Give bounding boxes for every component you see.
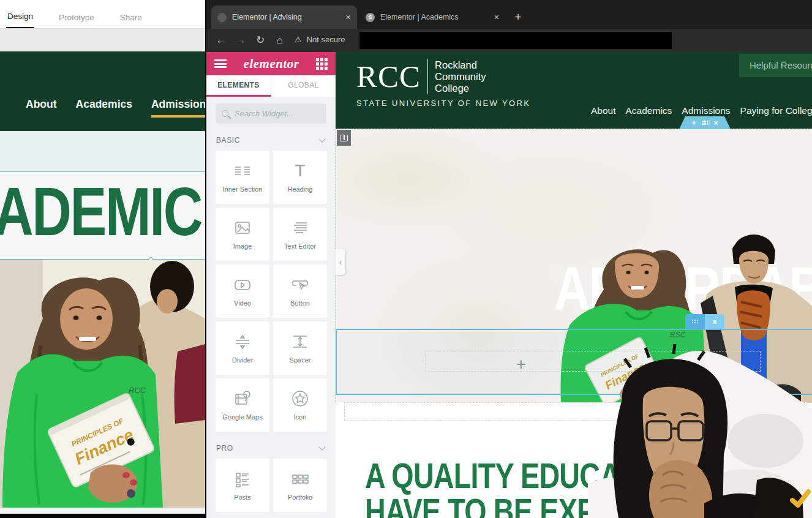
widget-portfolio[interactable]: Portfolio [273, 459, 327, 512]
video-icon [233, 276, 252, 294]
mock-subheader-band [0, 131, 205, 172]
url-input[interactable] [359, 32, 672, 49]
site-header: RCC Rockland Community College STATE UNI… [336, 52, 812, 129]
photo-bottom-edge [0, 514, 205, 518]
menu-icon[interactable] [214, 59, 227, 68]
browser-tab-academics[interactable]: S Elementor | Academics × [359, 6, 505, 29]
browser-address-bar: ← → ↻ ⌂ ⚠ Not secure [206, 29, 812, 52]
design-toolbar-strip [0, 28, 205, 51]
back-icon[interactable]: ← [214, 33, 228, 48]
widget-label: Inner Section [223, 186, 263, 193]
widget-heading[interactable]: T Heading [273, 151, 327, 204]
heading-icon: T [291, 162, 309, 180]
tab-close-icon[interactable]: × [346, 12, 351, 22]
logo-line: Rockland [435, 59, 486, 71]
browser-tabstrip: Elementor | Advising × S Elementor | Aca… [206, 0, 812, 29]
widget-search-box[interactable] [216, 103, 326, 124]
new-tab-button[interactable]: + [511, 10, 525, 24]
panel-tabs: ELEMENTS GLOBAL [206, 75, 336, 97]
text-editor-icon [291, 219, 309, 237]
security-warning[interactable]: ⚠ Not secure [295, 35, 345, 44]
widget-grid-pro: Posts Portfolio [206, 459, 336, 512]
reload-icon[interactable]: ↻ [253, 33, 268, 48]
widget-divider[interactable]: Divider [216, 321, 269, 375]
widget-video[interactable]: Video [216, 265, 269, 318]
panel-collapse-arrow[interactable]: ‹ [336, 249, 345, 275]
widget-google-maps[interactable]: Google Maps [216, 378, 269, 432]
google-maps-icon [233, 389, 252, 408]
widget-image[interactable]: Image [216, 208, 269, 261]
design-tool-window: Design Prototype Share About Academics A… [0, 0, 205, 518]
widget-delete-icon[interactable]: × [705, 314, 724, 329]
section-handle[interactable]: + × [679, 116, 731, 129]
spacer-icon [291, 332, 309, 351]
drag-handle-icon[interactable] [702, 121, 709, 125]
logo-line: College [435, 83, 486, 94]
column-settings-button[interactable] [337, 130, 351, 146]
gold-check-icon [789, 487, 812, 510]
widget-label: Divider [232, 356, 253, 364]
screen: Design Prototype Share About Academics A… [0, 0, 812, 518]
mock-nav-academics[interactable]: Academics [76, 98, 132, 118]
nav-admissions[interactable]: Admissions [682, 105, 730, 116]
mock-page-title: ADEMIC AD [0, 172, 205, 258]
widget-label: Button [290, 299, 310, 307]
mock-nav-admissions[interactable]: Admissions [151, 98, 205, 118]
divider-icon [233, 332, 252, 351]
widget-handle[interactable]: × [685, 314, 724, 329]
widgets-grid-icon[interactable] [316, 58, 328, 70]
widget-drag-icon[interactable] [685, 314, 705, 329]
tab-share[interactable]: Share [119, 13, 143, 28]
tab-global[interactable]: GLOBAL [271, 75, 336, 97]
rcc-logo[interactable]: RCC Rockland Community College STATE UNI… [356, 59, 530, 108]
tab-design[interactable]: Design [6, 12, 34, 28]
helpful-resources-button[interactable]: Helpful Resources [739, 54, 812, 77]
add-section-icon[interactable]: + [691, 119, 696, 127]
students-photo-left: RCC PRINCIPLES OF Finance [0, 260, 205, 508]
nav-paying[interactable]: Paying for College [740, 105, 812, 116]
widget-icon[interactable]: Icon [273, 378, 327, 432]
widget-label: Image [233, 242, 252, 250]
tab-close-icon[interactable]: × [494, 12, 499, 22]
security-warning-label: Not secure [307, 35, 345, 44]
section-pro-label: PRO [216, 444, 233, 452]
search-input[interactable] [233, 108, 319, 119]
add-widget-icon[interactable]: + [516, 355, 526, 374]
posts-icon [233, 470, 252, 488]
tab-favicon: S [366, 13, 375, 22]
nav-academics[interactable]: Academics [626, 105, 672, 116]
widget-button[interactable]: Button [273, 265, 327, 318]
tab-title: Elementor | Advising [232, 13, 341, 21]
widget-spacer[interactable]: Spacer [273, 321, 327, 375]
nav-about[interactable]: About [591, 105, 616, 116]
section-basic-header[interactable]: BASIC [206, 124, 336, 151]
widget-label: Posts [234, 494, 251, 501]
widget-label: Spacer [290, 356, 311, 364]
widget-inner-section[interactable]: Inner Section [216, 151, 269, 204]
inner-section-icon [233, 162, 252, 180]
icon-widget-icon [291, 389, 309, 408]
svg-text:RCC: RCC [129, 386, 146, 395]
widget-label: Icon [294, 413, 307, 421]
widget-label: Google Maps [222, 413, 262, 421]
tab-elements[interactable]: ELEMENTS [206, 75, 271, 97]
design-canvas[interactable]: About Academics Admissions ADEMIC AD [0, 51, 205, 518]
chevron-down-icon [318, 135, 325, 142]
delete-section-icon[interactable]: × [714, 119, 718, 127]
widget-posts[interactable]: Posts [216, 459, 269, 512]
widget-text-editor[interactable]: Text Editor [273, 208, 327, 261]
widget-label: Video [234, 299, 251, 307]
elementor-panel-header: elementor [206, 52, 336, 75]
man-face [739, 251, 769, 283]
browser-tab-advising[interactable]: Elementor | Advising × [211, 6, 357, 29]
tab-prototype[interactable]: Prototype [58, 13, 96, 28]
home-icon[interactable]: ⌂ [273, 33, 287, 48]
section-pro-header[interactable]: PRO [206, 432, 336, 459]
mock-nav-about[interactable]: About [26, 98, 57, 118]
elementor-panel: elementor ELEMENTS GLOBAL BASIC Inner Se… [206, 52, 336, 518]
warning-icon: ⚠ [295, 35, 302, 44]
forward-icon[interactable]: → [233, 33, 248, 48]
tab-favicon [217, 13, 227, 22]
logo-tagline: STATE UNIVERSITY OF NEW YORK [356, 99, 530, 108]
mock-heading-zone: ADEMIC AD [0, 172, 205, 259]
